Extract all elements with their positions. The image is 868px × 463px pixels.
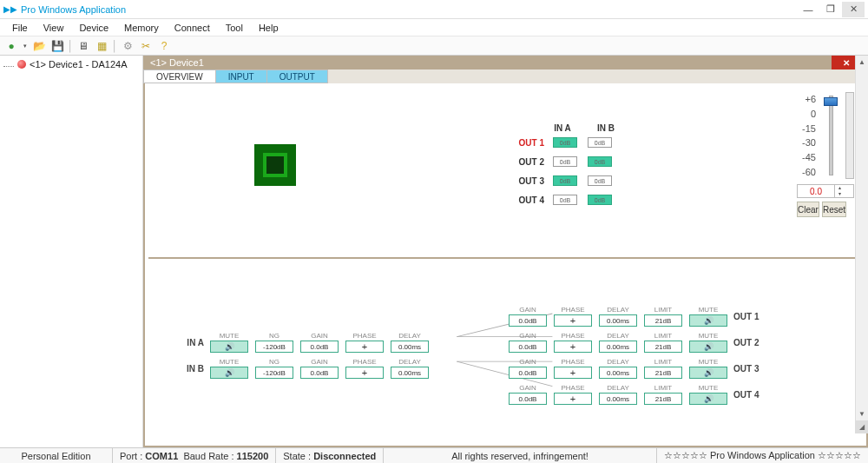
matrix-cell-2b[interactable]: 0dB: [588, 156, 612, 167]
menu-bar: File View Device Memory Connect Tool Hel…: [0, 19, 868, 36]
tab-input[interactable]: INPUT: [215, 69, 266, 83]
section-divider: [148, 257, 863, 259]
matrix-cell-2a[interactable]: 0dB: [553, 156, 577, 167]
out1-phase[interactable]: +: [554, 314, 592, 327]
cut-icon[interactable]: ✂: [138, 38, 154, 54]
out3-delay[interactable]: 0.00ms: [599, 367, 637, 379]
save-icon[interactable]: 💾: [49, 38, 65, 54]
fader-value-input[interactable]: [798, 187, 834, 196]
tab-overview[interactable]: OVERVIEW: [143, 69, 215, 83]
out1-delay[interactable]: 0.00ms: [599, 314, 637, 327]
toolbar: ● ▾ 📂 💾 │ 🖥 ▦ │ ⚙ ✂ ?: [0, 36, 868, 56]
out4-limit[interactable]: 21dB: [644, 393, 682, 405]
out4-mute[interactable]: [689, 393, 727, 405]
out2-phase[interactable]: +: [554, 341, 592, 353]
level-meter: [845, 92, 854, 179]
in-a-mute[interactable]: [210, 341, 248, 353]
menu-help[interactable]: Help: [252, 21, 286, 35]
device-panel: <1> Device1 ✕ OVERVIEW INPUT OUTPUT IN A…: [143, 56, 868, 447]
menu-file[interactable]: File: [5, 21, 35, 35]
tab-output[interactable]: OUTPUT: [266, 69, 328, 83]
matrix-cell-3a[interactable]: 0dB: [553, 175, 577, 186]
in-b-ng[interactable]: -120dB: [255, 367, 293, 379]
out4-delay[interactable]: 0.00ms: [599, 393, 637, 405]
clear-button[interactable]: Clear: [797, 202, 819, 217]
maximize-button[interactable]: ❐: [819, 2, 842, 17]
out3-limit[interactable]: 21dB: [644, 367, 682, 379]
in-b-gain[interactable]: 0.0dB: [300, 367, 339, 379]
device-header: <1> Device1 ✕: [143, 56, 868, 69]
out4-label: OUT 4: [733, 390, 768, 400]
scroll-down-icon[interactable]: ▼: [856, 407, 868, 420]
vertical-scrollbar[interactable]: ▲ ▼ ◢: [855, 56, 868, 433]
spin-up[interactable]: ▴: [834, 185, 845, 191]
menu-view[interactable]: View: [36, 21, 71, 35]
fader-thumb[interactable]: [824, 97, 838, 106]
status-edition: Personal Edition: [0, 448, 113, 463]
menu-device[interactable]: Device: [72, 21, 115, 35]
new-icon[interactable]: ●: [3, 38, 19, 54]
fader-track[interactable]: [818, 92, 844, 179]
out2-mute[interactable]: [689, 341, 727, 353]
matrix-col-a: IN A: [549, 123, 575, 133]
device-image[interactable]: [254, 144, 296, 186]
in-a-label: IN A: [176, 338, 204, 347]
scroll-up-icon[interactable]: ▲: [856, 56, 868, 69]
out1-mute[interactable]: [689, 314, 727, 327]
out2-label: OUT 2: [733, 338, 768, 347]
matrix-cell-3b[interactable]: 0dB: [588, 175, 612, 186]
menu-tool[interactable]: Tool: [219, 21, 250, 35]
menu-memory[interactable]: Memory: [117, 21, 166, 35]
out3-phase[interactable]: +: [554, 367, 592, 379]
reset-button[interactable]: Reset: [822, 202, 846, 217]
dropdown-icon[interactable]: ▾: [22, 38, 29, 54]
gear-icon[interactable]: ⚙: [120, 38, 135, 54]
out1-limit[interactable]: 21dB: [644, 314, 682, 327]
overview-canvas: IN A IN B OUT 1 0dB 0dB OUT 2 0dB 0dB: [143, 83, 868, 447]
in-b-label: IN B: [176, 364, 204, 374]
out4-gain[interactable]: 0.0dB: [509, 393, 547, 405]
matrix-cell-1a[interactable]: 0dB: [553, 137, 577, 148]
matrix-col-b: IN B: [593, 123, 619, 133]
device-header-title: <1> Device1: [150, 57, 204, 68]
out3-label: OUT 3: [733, 364, 768, 374]
in-a-ng[interactable]: -120dB: [255, 341, 293, 353]
out1-gain[interactable]: 0.0dB: [509, 314, 547, 327]
open-icon[interactable]: 📂: [31, 38, 47, 54]
device-icon[interactable]: 🖥: [76, 38, 91, 54]
in-a-phase[interactable]: +: [345, 341, 384, 353]
menu-connect[interactable]: Connect: [168, 21, 217, 35]
status-state: State : Disconnected: [276, 448, 384, 463]
matrix-cell-4a[interactable]: 0dB: [553, 195, 577, 205]
matrix-cell-4b[interactable]: 0dB: [588, 195, 612, 205]
separator: │: [68, 38, 73, 54]
out2-delay[interactable]: 0.00ms: [599, 341, 637, 353]
in-b-phase[interactable]: +: [345, 367, 384, 379]
out3-gain[interactable]: 0.0dB: [509, 367, 547, 379]
in-b-mute[interactable]: [210, 367, 248, 379]
minimize-button[interactable]: —: [797, 2, 819, 17]
input-chain-a: IN A MUTE NG-120dB GAIN0.0dB PHASE+ DELA…: [176, 332, 430, 353]
output-chain-2: GAIN0.0dB PHASE+ DELAY0.00ms LIMIT21dB M…: [508, 332, 768, 353]
routing-matrix: IN A IN B OUT 1 0dB 0dB OUT 2 0dB 0dB: [510, 123, 619, 209]
spin-down[interactable]: ▾: [834, 191, 845, 197]
in-b-delay[interactable]: 0.00ms: [391, 367, 429, 379]
grid-icon[interactable]: ▦: [94, 38, 109, 54]
out4-phase[interactable]: +: [554, 393, 592, 405]
status-copyright: All rights reserved, infringement!: [384, 448, 657, 463]
out2-limit[interactable]: 21dB: [644, 341, 682, 353]
input-chain-b: IN B MUTE NG-120dB GAIN0.0dB PHASE+ DELA…: [176, 358, 430, 379]
matrix-row-3: OUT 3: [510, 176, 548, 186]
out2-gain[interactable]: 0.0dB: [509, 341, 547, 353]
status-bar: Personal Edition Port : COM11 Baud Rate …: [0, 447, 868, 463]
in-a-delay[interactable]: 0.00ms: [391, 341, 429, 353]
help-icon[interactable]: ?: [156, 38, 172, 54]
out3-mute[interactable]: [689, 367, 727, 379]
tree-node-device1[interactable]: <1> Device1 - DA124A: [3, 59, 139, 69]
status-port: Port : COM11 Baud Rate : 115200: [113, 448, 276, 463]
output-chain-4: GAIN0.0dB PHASE+ DELAY0.00ms LIMIT21dB M…: [508, 384, 768, 405]
fader-value-box: ▴▾: [797, 184, 854, 198]
in-a-gain[interactable]: 0.0dB: [300, 341, 339, 353]
close-button[interactable]: ✕: [842, 2, 865, 17]
matrix-cell-1b[interactable]: 0dB: [588, 137, 612, 148]
